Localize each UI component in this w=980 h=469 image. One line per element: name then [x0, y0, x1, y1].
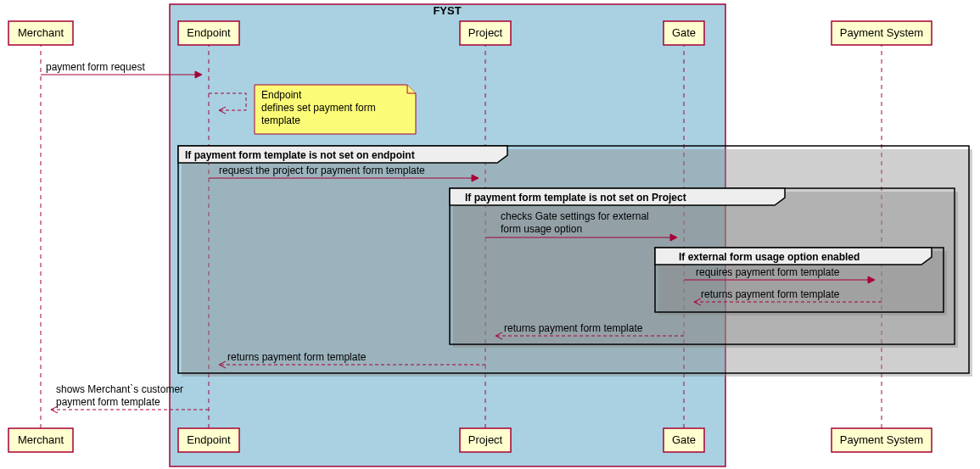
svg-text:returns payment form template: returns payment form template [227, 351, 367, 363]
svg-text:checks Gate settings for exter: checks Gate settings for external [501, 210, 649, 222]
svg-text:request the project for paymen: request the project for payment form tem… [219, 165, 425, 176]
svg-text:Endpoint: Endpoint [187, 433, 231, 446]
alt-box-external-enabled: If external form usage option enabled [655, 248, 947, 315]
svg-text:If external form usage option : If external form usage option enabled [679, 251, 860, 263]
svg-text:payment form request: payment form request [46, 61, 145, 73]
svg-text:returns payment form template: returns payment form template [701, 288, 840, 300]
participant-merchant-bottom: Merchant [8, 428, 73, 452]
participant-gate-top: Gate [664, 21, 704, 45]
svg-text:requires payment form template: requires payment form template [696, 266, 840, 278]
participant-project-bottom: Project [460, 428, 511, 452]
svg-text:If payment form template is no: If payment form template is not set on e… [185, 149, 415, 161]
svg-text:template: template [261, 114, 300, 126]
participant-gate-bottom: Gate [664, 428, 704, 452]
svg-text:defines set payment form: defines set payment form [261, 102, 376, 114]
participant-merchant-top: Merchant [8, 21, 73, 45]
svg-text:Merchant: Merchant [18, 26, 64, 39]
svg-text:shows Merchant`s customer: shows Merchant`s customer [56, 383, 183, 395]
svg-text:Gate: Gate [672, 26, 696, 39]
svg-text:If payment form template is no: If payment form template is not set on P… [465, 192, 686, 204]
svg-text:form usage option: form usage option [501, 223, 582, 235]
svg-text:Project: Project [468, 433, 503, 446]
svg-text:Payment System: Payment System [840, 433, 923, 446]
svg-text:Project: Project [468, 26, 503, 39]
sequence-diagram: FYST Merchant Endpoint Project Gate Paym… [0, 0, 980, 469]
svg-text:Gate: Gate [672, 433, 696, 446]
svg-text:Endpoint: Endpoint [261, 89, 302, 101]
participant-payment-system-bottom: Payment System [832, 428, 932, 452]
participant-endpoint-bottom: Endpoint [178, 428, 239, 452]
group-fyst-title: FYST [433, 4, 461, 17]
svg-text:payment form template: payment form template [56, 396, 160, 408]
svg-text:Merchant: Merchant [18, 433, 64, 446]
svg-text:Endpoint: Endpoint [187, 26, 231, 39]
participant-project-top: Project [460, 21, 511, 45]
svg-text:Payment System: Payment System [840, 26, 923, 39]
participant-endpoint-top: Endpoint [178, 21, 239, 45]
note-endpoint-defines: Endpoint defines set payment form templa… [255, 85, 416, 134]
svg-text:returns payment form template: returns payment form template [504, 322, 643, 334]
participant-payment-system-top: Payment System [832, 21, 932, 45]
